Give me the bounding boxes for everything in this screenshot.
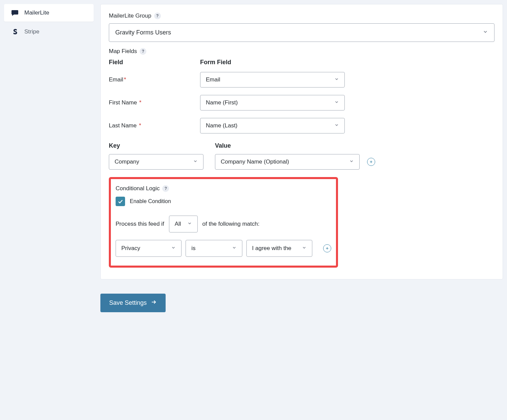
- enable-condition-label: Enable Condition: [130, 198, 171, 204]
- group-select[interactable]: Gravity Forms Users: [109, 23, 494, 42]
- chevron-down-icon: [302, 245, 307, 252]
- stripe-icon: [11, 28, 19, 36]
- select-value: All: [175, 221, 181, 227]
- add-condition-button[interactable]: [323, 244, 331, 252]
- chevron-down-icon: [171, 245, 176, 252]
- select-value: I agree with the: [252, 245, 291, 252]
- key-header: Key: [109, 142, 203, 149]
- sidebar-item-label: MailerLite: [24, 9, 49, 16]
- chevron-down-icon: [232, 245, 237, 252]
- field-header: Field: [109, 59, 200, 66]
- map-field-select-email[interactable]: Email: [200, 72, 345, 88]
- sidebar: MailerLite Stripe: [4, 4, 94, 312]
- select-value: Company Name (Optional): [221, 158, 289, 165]
- select-value: Email: [206, 76, 220, 83]
- select-value: Name (First): [206, 99, 238, 106]
- condition-value-select[interactable]: I agree with the: [246, 240, 312, 257]
- enable-condition-checkbox[interactable]: [116, 197, 125, 206]
- chevron-down-icon: [483, 29, 488, 36]
- map-field-label: First Name *: [109, 99, 200, 106]
- condition-post-text: of the following match:: [202, 221, 260, 227]
- select-value: is: [191, 245, 195, 252]
- condition-mode-select[interactable]: All: [169, 216, 198, 232]
- map-field-select-lastname[interactable]: Name (Last): [200, 118, 345, 133]
- arrow-right-icon: [151, 299, 157, 307]
- form-field-header: Form Field: [200, 59, 345, 66]
- save-settings-button[interactable]: Save Settings: [100, 294, 166, 312]
- conditional-title: Conditional Logic: [116, 185, 160, 192]
- chevron-down-icon: [334, 76, 339, 83]
- chevron-down-icon: [193, 158, 198, 165]
- sidebar-item-mailerlite[interactable]: MailerLite: [4, 4, 94, 22]
- condition-operator-select[interactable]: is: [186, 240, 242, 257]
- group-label: MailerLite Group: [109, 13, 151, 19]
- main-panel: MailerLite Group ? Gravity Forms Users M…: [100, 4, 503, 279]
- add-kv-button[interactable]: [367, 158, 375, 166]
- help-icon[interactable]: ?: [154, 13, 161, 19]
- chevron-down-icon: [334, 99, 339, 106]
- kv-key-select[interactable]: Company: [109, 154, 203, 170]
- chat-icon: [11, 9, 19, 17]
- map-fields-label: Map Fields: [109, 48, 137, 55]
- condition-field-select[interactable]: Privacy: [116, 240, 182, 257]
- save-button-label: Save Settings: [109, 299, 147, 306]
- chevron-down-icon: [349, 158, 354, 165]
- help-icon[interactable]: ?: [162, 185, 169, 192]
- select-value: Privacy: [121, 245, 140, 252]
- map-field-label: Email*: [109, 76, 200, 83]
- map-field-select-firstname[interactable]: Name (First): [200, 95, 345, 110]
- value-header: Value: [215, 142, 360, 149]
- conditional-logic-box: Conditional Logic ? Enable Condition Pro…: [109, 177, 338, 268]
- chevron-down-icon: [187, 221, 192, 227]
- sidebar-item-label: Stripe: [24, 28, 39, 35]
- group-select-value: Gravity Forms Users: [115, 29, 171, 36]
- sidebar-item-stripe[interactable]: Stripe: [4, 23, 94, 41]
- kv-value-select[interactable]: Company Name (Optional): [215, 154, 360, 170]
- condition-pre-text: Process this feed if: [116, 221, 164, 227]
- help-icon[interactable]: ?: [140, 48, 146, 55]
- select-value: Company: [115, 158, 139, 165]
- map-field-label: Last Name *: [109, 122, 200, 129]
- select-value: Name (Last): [206, 122, 238, 129]
- chevron-down-icon: [334, 122, 339, 129]
